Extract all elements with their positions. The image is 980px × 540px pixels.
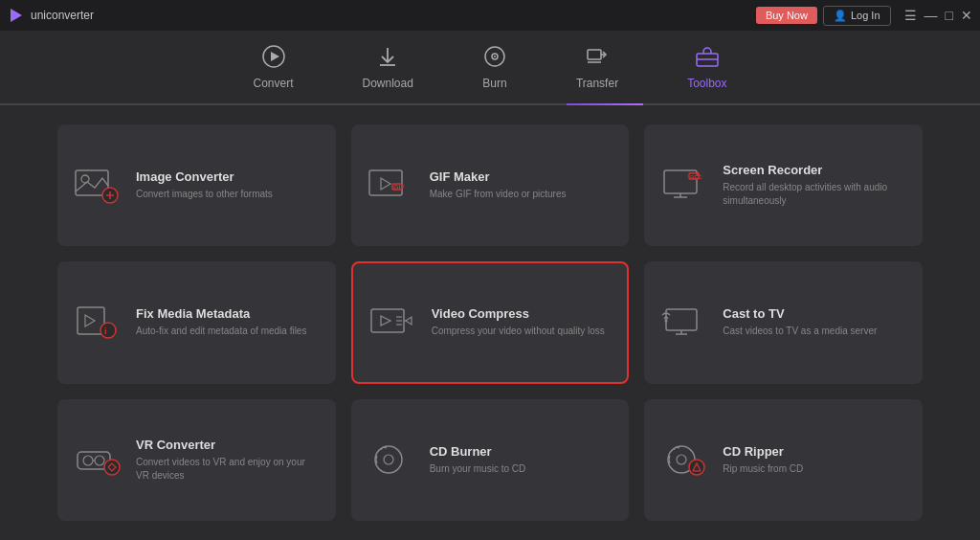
image-converter-title: Image Converter	[136, 169, 273, 184]
close-button[interactable]: ✕	[961, 9, 972, 22]
cd-burner-title: CD Burner	[430, 444, 526, 459]
titlebar-right: Buy Now 👤 Log In ☰ — □ ✕	[756, 6, 972, 26]
maximize-button[interactable]: □	[946, 9, 953, 22]
minimize-button[interactable]: —	[924, 9, 938, 22]
nav-active-underline	[567, 103, 643, 105]
svg-point-40	[665, 319, 668, 322]
svg-point-50	[689, 460, 704, 475]
login-button[interactable]: 👤 Log In	[823, 6, 891, 26]
screen-recorder-desc: Record all desktop activities with audio…	[723, 181, 907, 208]
tool-card-vr-converter[interactable]: VR Converter Convert videos to VR and en…	[57, 399, 336, 521]
tool-card-cd-burner[interactable]: CD Burner Burn your music to CD	[351, 399, 630, 521]
app-name: uniconverter	[31, 9, 94, 22]
gif-maker-desc: Make GIF from video or pictures	[430, 188, 567, 201]
svg-point-47	[384, 455, 393, 464]
svg-text:GIF: GIF	[393, 184, 405, 191]
fix-media-metadata-title: Fix Media Metadata	[136, 306, 306, 321]
svg-point-6	[494, 56, 496, 57]
app-logo-icon	[8, 7, 25, 24]
titlebar-left: uniconverter	[8, 7, 94, 24]
cast-to-tv-icon	[659, 302, 709, 344]
burn-icon	[482, 44, 507, 73]
nav-item-burn[interactable]: Burn	[467, 36, 523, 98]
svg-point-49	[677, 455, 686, 464]
tool-card-cast-to-tv[interactable]: Cast to TV Cast videos to TV as a media …	[644, 261, 923, 383]
nav-item-transfer[interactable]: Transfer	[561, 36, 634, 98]
cd-burner-desc: Burn your music to CD	[430, 462, 526, 476]
cd-ripper-info: CD Ripper Rip music from CD	[723, 444, 803, 476]
image-converter-desc: Convert images to other formats	[136, 188, 273, 201]
convert-icon	[261, 44, 286, 73]
cast-to-tv-title: Cast to TV	[723, 306, 877, 321]
svg-point-43	[95, 456, 104, 465]
nav-burn-label: Burn	[482, 77, 506, 90]
vr-converter-title: VR Converter	[136, 438, 321, 452]
svg-point-46	[375, 446, 402, 473]
cast-to-tv-info: Cast to TV Cast videos to TV as a media …	[723, 306, 877, 338]
nav-download-label: Download	[363, 77, 413, 90]
vr-converter-info: VR Converter Convert videos to VR and en…	[136, 438, 321, 483]
tool-card-image-converter[interactable]: Image Converter Convert images to other …	[57, 124, 336, 246]
screen-recorder-title: Screen Recorder	[723, 163, 907, 177]
svg-point-45	[104, 460, 120, 475]
nav-item-toolbox[interactable]: Toolbox	[672, 36, 742, 98]
window-controls: ☰ — □ ✕	[904, 9, 972, 22]
image-converter-icon	[73, 165, 122, 207]
nav-transfer-label: Transfer	[576, 77, 618, 90]
gif-maker-info: GIF Maker Make GIF from video or picture…	[430, 169, 567, 201]
titlebar: uniconverter Buy Now 👤 Log In ☰ — □ ✕	[0, 0, 980, 31]
toolbox-icon	[695, 44, 720, 73]
buy-now-button[interactable]: Buy Now	[756, 7, 817, 24]
cd-ripper-icon	[659, 439, 709, 481]
user-icon: 👤	[834, 10, 847, 22]
tool-card-gif-maker[interactable]: GIF GIF Maker Make GIF from video or pic…	[351, 124, 630, 246]
screen-recorder-info: Screen Recorder Record all desktop activ…	[723, 163, 907, 208]
svg-rect-17	[369, 170, 402, 195]
menu-button[interactable]: ☰	[904, 9, 917, 22]
tools-grid: Image Converter Convert images to other …	[0, 105, 980, 540]
svg-point-42	[83, 456, 93, 465]
fix-media-metadata-desc: Auto-fix and edit metadata of media file…	[136, 325, 306, 338]
nav-convert-label: Convert	[253, 77, 293, 90]
svg-text:i: i	[104, 326, 107, 336]
svg-point-29	[100, 323, 116, 338]
svg-marker-2	[271, 52, 279, 61]
svg-point-26	[696, 172, 700, 176]
nav-item-convert[interactable]: Convert	[237, 36, 308, 98]
video-compress-title: Video Compress	[432, 306, 605, 321]
download-icon	[375, 44, 400, 73]
video-compress-icon	[368, 302, 418, 344]
cd-ripper-desc: Rip music from CD	[723, 462, 803, 476]
cd-burner-icon	[367, 439, 416, 481]
tool-card-video-compress[interactable]: Video Compress Compress your video witho…	[351, 261, 630, 383]
screen-recorder-icon: REC	[659, 165, 709, 207]
video-compress-desc: Compress your video without quality loss	[432, 325, 605, 338]
svg-rect-37	[666, 309, 697, 330]
transfer-icon	[585, 44, 610, 73]
tool-card-cd-ripper[interactable]: CD Ripper Rip music from CD	[644, 399, 923, 521]
svg-marker-0	[11, 9, 22, 22]
gif-maker-icon: GIF	[367, 165, 416, 207]
image-converter-info: Image Converter Convert images to other …	[136, 169, 273, 201]
svg-marker-32	[381, 316, 390, 326]
cd-burner-info: CD Burner Burn your music to CD	[430, 444, 526, 476]
fix-media-metadata-icon: i	[73, 302, 122, 344]
vr-converter-desc: Convert videos to VR and enjoy on your V…	[136, 456, 321, 483]
navbar: Convert Download Burn	[0, 31, 980, 105]
vr-converter-icon	[73, 439, 122, 481]
nav-toolbox-label: Toolbox	[687, 77, 726, 90]
svg-marker-28	[85, 315, 95, 326]
svg-rect-7	[588, 50, 601, 59]
tool-card-screen-recorder[interactable]: REC Screen Recorder Record all desktop a…	[644, 124, 923, 246]
svg-marker-18	[381, 178, 390, 190]
fix-media-metadata-info: Fix Media Metadata Auto-fix and edit met…	[136, 306, 306, 338]
gif-maker-title: GIF Maker	[430, 169, 567, 184]
tool-card-fix-media-metadata[interactable]: i Fix Media Metadata Auto-fix and edit m…	[57, 261, 336, 383]
cd-ripper-title: CD Ripper	[723, 444, 803, 459]
nav-item-download[interactable]: Download	[347, 36, 429, 98]
cast-to-tv-desc: Cast videos to TV as a media server	[723, 325, 877, 338]
video-compress-info: Video Compress Compress your video witho…	[432, 306, 605, 338]
